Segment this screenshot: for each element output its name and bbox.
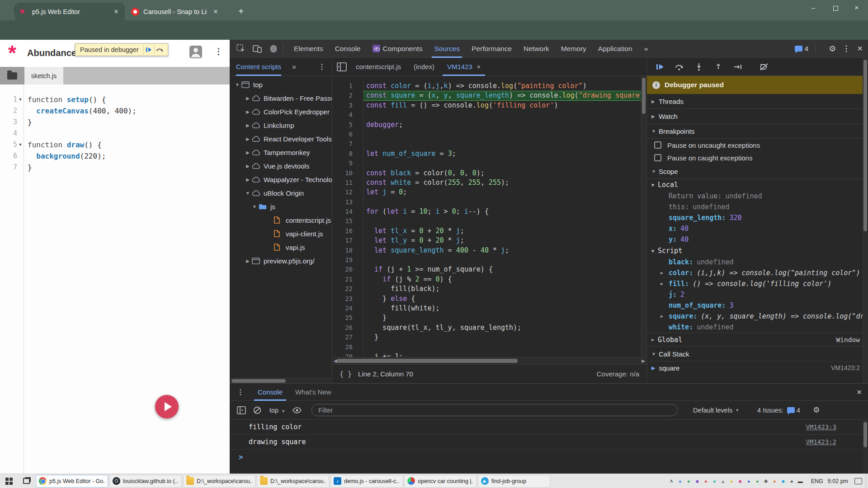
- source-link[interactable]: VM1423:3: [806, 423, 836, 431]
- taskbar-app-github[interactable]: Olouiscklaw.github.io (...: [109, 475, 182, 488]
- step-over-icon[interactable]: [673, 63, 686, 70]
- tray-icon[interactable]: ●: [727, 479, 736, 484]
- step-icon[interactable]: [731, 64, 744, 70]
- line-number[interactable]: 9: [332, 159, 363, 168]
- browser-tab[interactable]: *p5.js Web Editor×: [15, 3, 125, 20]
- devtools-menu-kebab-icon[interactable]: ⋮: [842, 44, 850, 53]
- scope-variable-row[interactable]: x:40: [647, 223, 868, 234]
- sidebar-kebab-icon[interactable]: ⋮: [318, 62, 326, 71]
- window-minimize-button[interactable]: –: [806, 4, 821, 11]
- expand-arrow-icon[interactable]: ▶: [660, 267, 663, 278]
- tray-icon[interactable]: ▲: [719, 479, 727, 484]
- scope-variable-row[interactable]: square_length:320: [647, 212, 868, 223]
- scope-variable-row[interactable]: num_of_square:3: [647, 300, 868, 311]
- devtools-tab-console[interactable]: Console: [329, 40, 367, 58]
- devtools-close-icon[interactable]: ×: [857, 43, 863, 54]
- line-number[interactable]: 6: [332, 130, 363, 139]
- tree-arrow-icon[interactable]: ▶: [245, 164, 251, 169]
- tree-arrow-icon[interactable]: ▶: [245, 177, 251, 182]
- deactivate-breakpoints-icon[interactable]: [758, 63, 770, 71]
- tree-item-ublock-origin[interactable]: ▼uBlock Origin: [230, 186, 332, 200]
- step-over-button[interactable]: [154, 45, 165, 55]
- scope-variable-row[interactable]: y:40: [647, 234, 868, 245]
- expand-arrow-icon[interactable]: ▶: [660, 311, 663, 322]
- line-number[interactable]: 14: [332, 207, 363, 216]
- taskbar-app-folder[interactable]: D:\_workspace\carou...: [257, 475, 329, 488]
- fold-arrow-icon[interactable]: ▼: [17, 94, 24, 105]
- devtools-settings-gear-icon[interactable]: ⚙: [829, 44, 836, 54]
- tab-content-scripts[interactable]: Content scripts: [236, 58, 281, 76]
- line-number[interactable]: 7: [332, 139, 363, 149]
- device-toolbar-icon[interactable]: [252, 44, 262, 53]
- line-number[interactable]: 1: [332, 81, 363, 91]
- tree-arrow-icon[interactable]: ▶: [245, 109, 251, 114]
- line-number[interactable]: 25: [332, 313, 363, 323]
- sidebar-more-tabs-chevron[interactable]: »: [292, 63, 296, 71]
- tree-arrow-icon[interactable]: ▶: [245, 150, 251, 155]
- browser-tab[interactable]: Carousell - Snap to List, Chat t×: [127, 3, 224, 20]
- checkbox-caught[interactable]: [654, 154, 661, 161]
- account-icon[interactable]: [189, 45, 203, 59]
- console-vertical-scrollbar[interactable]: [863, 420, 868, 474]
- tab-close-icon[interactable]: ×: [112, 8, 120, 16]
- issues-counter[interactable]: 4 Issues: 4: [757, 407, 800, 414]
- devtools-tab-components[interactable]: Components: [367, 40, 429, 58]
- tray-icon[interactable]: ■: [736, 479, 745, 484]
- tray-icon[interactable]: ●: [676, 479, 684, 484]
- line-number[interactable]: 24: [332, 304, 363, 313]
- scope-variable-row[interactable]: white:undefined: [647, 322, 868, 333]
- clear-console-icon[interactable]: [253, 406, 261, 414]
- tree-item-tampermonkey[interactable]: ▶Tampermonkey: [230, 145, 332, 159]
- line-number[interactable]: 19: [332, 255, 363, 265]
- devtools-tab-performance[interactable]: Performance: [466, 40, 518, 58]
- scope-variable-row[interactable]: j:2: [647, 289, 868, 300]
- tree-item-vapi-js[interactable]: vapi.js: [230, 240, 332, 254]
- tree-item-bitwarden-free-password-manager[interactable]: ▶Bitwarden - Free Password Manager: [230, 91, 332, 105]
- devtools-tab-application[interactable]: Application: [592, 40, 638, 58]
- editor-tab--index-[interactable]: (index): [407, 58, 441, 76]
- taskbar-clock[interactable]: 5:02 pm: [828, 478, 848, 484]
- tree-arrow-icon[interactable]: ▶: [245, 258, 251, 263]
- p5-code-editor[interactable]: 1▼function setup() {2 createCanvas(400, …: [0, 94, 230, 173]
- console-prompt[interactable]: >: [230, 450, 868, 465]
- line-number[interactable]: 29: [332, 352, 363, 357]
- tree-item-react-developer-tools[interactable]: ▶React Developer Tools: [230, 132, 332, 145]
- tab-sketch-js[interactable]: sketch.js: [24, 67, 63, 84]
- devtools-tab-sources[interactable]: Sources: [428, 40, 466, 58]
- scope-variable-row[interactable]: ▶fill:() => console.log('filling color'): [647, 278, 868, 289]
- line-number[interactable]: 28: [332, 343, 363, 352]
- line-number[interactable]: 16: [332, 226, 363, 236]
- pretty-print-icon[interactable]: { }: [340, 370, 352, 378]
- line-number[interactable]: 11: [332, 178, 363, 188]
- expand-arrow-icon[interactable]: ▶: [660, 278, 663, 289]
- step-into-icon[interactable]: [693, 63, 705, 71]
- tree-item-wappalyzer-technology-profiler[interactable]: ▶Wappalyzer - Technology profiler: [230, 173, 332, 186]
- tree-arrow-icon[interactable]: ▼: [251, 204, 258, 209]
- tab-close-icon[interactable]: ×: [212, 8, 220, 16]
- scope-variable-row[interactable]: ▶square:(x, y, square_length) => console…: [647, 311, 868, 322]
- window-maximize-button[interactable]: [833, 6, 838, 11]
- devtools-tab-elements[interactable]: Elements: [288, 40, 329, 58]
- line-number[interactable]: 13: [332, 197, 363, 207]
- more-panels-chevron[interactable]: »: [638, 40, 654, 58]
- tree-item-top[interactable]: ▼top: [230, 78, 332, 91]
- start-button[interactable]: [0, 474, 18, 488]
- console-sidebar-icon[interactable]: [237, 406, 246, 414]
- tray-icon[interactable]: ■: [693, 479, 702, 484]
- tray-icon[interactable]: ●: [788, 479, 796, 484]
- section-scope[interactable]: ▼Scope: [647, 164, 868, 179]
- line-number[interactable]: 18: [332, 246, 363, 255]
- drawer-close-icon[interactable]: ×: [857, 387, 862, 397]
- line-number[interactable]: 21: [332, 275, 363, 284]
- sidebar-horizontal-scrollbar[interactable]: [230, 378, 332, 383]
- line-number[interactable]: 10: [332, 169, 363, 178]
- scope-global-header[interactable]: ▶ Global Window: [647, 333, 868, 347]
- editor-tab-close-icon[interactable]: ×: [477, 63, 481, 70]
- tray-icon[interactable]: ●: [770, 479, 779, 484]
- taskbar-app-vscode[interactable]: ‹demo.js - carousell-c...: [330, 475, 403, 488]
- line-number[interactable]: 2: [332, 91, 363, 100]
- taskbar-app-folder[interactable]: D:\_workspace\carou...: [183, 475, 255, 488]
- pause-on-caught-row[interactable]: Pause on caught exceptions: [647, 151, 868, 164]
- task-view-button[interactable]: [18, 474, 34, 488]
- show-desktop-button[interactable]: [866, 474, 868, 488]
